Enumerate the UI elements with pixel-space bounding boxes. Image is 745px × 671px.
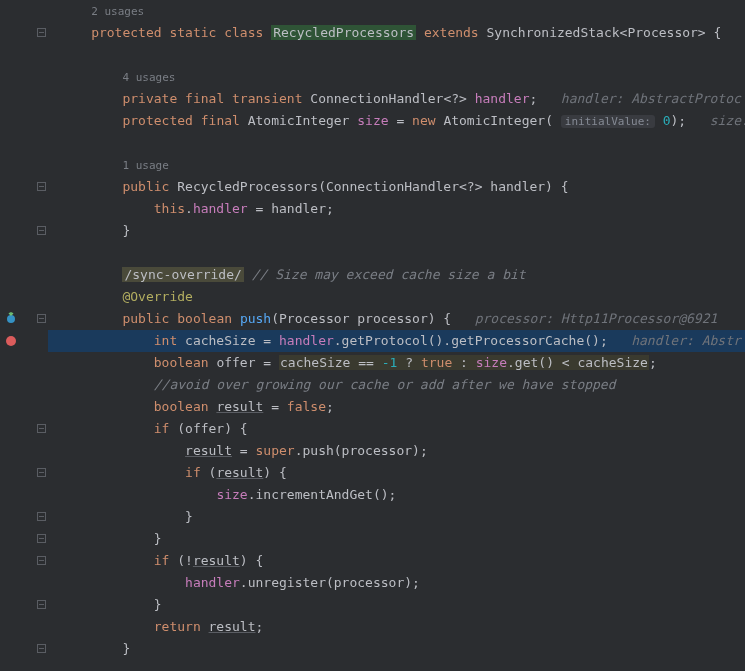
class-name: RecycledProcessors	[271, 25, 416, 40]
fold-icon[interactable]	[37, 534, 46, 543]
fold-icon[interactable]	[37, 512, 46, 521]
inlay-hint: size: "0	[710, 113, 745, 128]
fold-icon[interactable]	[37, 424, 46, 433]
debug-step-icon[interactable]	[4, 312, 18, 326]
inlay-hint: handler: Abstr	[631, 333, 741, 348]
inlay-hint: processor: Http11Processor@6921	[475, 311, 718, 326]
inlay-hint: handler: AbstractProtoc	[561, 91, 741, 106]
code-editor[interactable]: 2 usages protected static class Recycled…	[0, 0, 745, 671]
svg-point-1	[6, 336, 16, 346]
usages-hint[interactable]: 1 usage	[122, 159, 168, 172]
breakpoint-icon[interactable]	[4, 334, 18, 348]
usages-hint[interactable]: 4 usages	[122, 71, 175, 84]
method-push: push	[240, 311, 271, 326]
svg-point-0	[7, 315, 15, 323]
param-hint: initialValue:	[561, 115, 655, 128]
fold-icon[interactable]	[37, 468, 46, 477]
sync-override-tag: /sync-override/	[122, 267, 243, 282]
override-annotation: @Override	[122, 289, 192, 304]
fold-icon[interactable]	[37, 28, 46, 37]
fold-icon[interactable]	[37, 644, 46, 653]
usages-hint[interactable]: 2 usages	[91, 5, 144, 18]
fold-icon[interactable]	[37, 600, 46, 609]
fold-icon[interactable]	[37, 314, 46, 323]
fold-icon[interactable]	[37, 226, 46, 235]
fold-icon[interactable]	[37, 556, 46, 565]
code-area[interactable]: 2 usages protected static class Recycled…	[48, 0, 745, 671]
fold-icon[interactable]	[37, 182, 46, 191]
current-execution-line: int cacheSize = handler.getProtocol().ge…	[48, 330, 745, 352]
gutter	[0, 0, 48, 671]
